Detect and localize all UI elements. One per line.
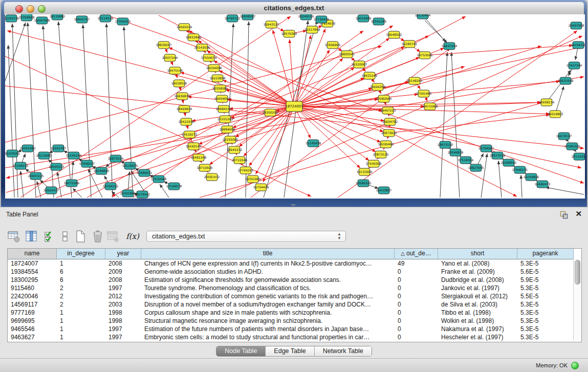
- graph-node-label: 20265376: [5, 16, 19, 20]
- table-row[interactable]: 1872400712008Changes of HCN gene express…: [8, 259, 581, 268]
- network-view-window: citations_edges.txt 19565014186528492014…: [1, 0, 587, 207]
- cell-title: Estimation of significance thresholds fo…: [141, 276, 395, 284]
- table-row[interactable]: 911546021997Tourette syndrome. Phenomeno…: [8, 284, 581, 292]
- graph-node-label: 17764251: [238, 168, 254, 172]
- graph-node-label: 20046829: [448, 150, 464, 154]
- tab-node-table[interactable]: Node Table: [216, 346, 266, 356]
- tab-network-table[interactable]: Network Table: [315, 346, 372, 356]
- cell-title: Embryonic stem cells: a model to study s…: [141, 333, 395, 341]
- cell-short: Jankovic et al. (1997): [438, 284, 517, 292]
- network-svg[interactable]: 1956501418652849201430391755467418204098…: [5, 14, 585, 199]
- table-row[interactable]: 1938455462009Genome-wide association stu…: [8, 268, 581, 276]
- column-header-out_degree[interactable]: △out_de…: [395, 249, 438, 259]
- graph-node-label: 20143039: [194, 46, 210, 49]
- graph-node-label: 19565014: [177, 25, 192, 29]
- column-header-name[interactable]: name: [8, 249, 57, 259]
- memory-ok-indicator[interactable]: [571, 362, 579, 369]
- table-row[interactable]: 1456911722003Disruption of a novel membe…: [8, 300, 581, 309]
- graph-node-label: 16958187: [240, 14, 256, 18]
- table-row[interactable]: 969969511998Structural magnetic resonanc…: [8, 317, 581, 325]
- cell-out_degree: 0: [395, 333, 438, 341]
- cell-year: 1997: [105, 284, 141, 292]
- graph-node-label: 20873125: [373, 152, 389, 156]
- graph-node-label: 16433807: [376, 188, 392, 192]
- float-panel-icon[interactable]: [559, 210, 569, 220]
- new-table-icon[interactable]: [74, 230, 87, 243]
- delete-icon[interactable]: [91, 230, 104, 243]
- scrollbar-thumb[interactable]: [575, 260, 580, 285]
- tab-edge-table[interactable]: Edge Table: [266, 346, 314, 356]
- unselect-all-icon[interactable]: [58, 230, 72, 243]
- graph-node-label: 17427344: [567, 63, 582, 67]
- graph-node-label: 15145458: [306, 141, 321, 145]
- column-header-title[interactable]: title: [141, 249, 395, 259]
- cell-in_degree: 1: [57, 309, 105, 317]
- cell-short: Yano et al. (2008): [438, 259, 517, 268]
- cell-name: 19384554: [8, 268, 57, 276]
- graph-node-label: 20115683: [36, 154, 52, 157]
- table-selector-dropdown[interactable]: citations_edges.txt ▲▼: [146, 231, 346, 242]
- table-settings-icon[interactable]: [7, 230, 20, 243]
- function-builder-icon[interactable]: f(x): [126, 230, 139, 243]
- cell-year: 1998: [105, 309, 141, 317]
- table-row[interactable]: 946554611997Estimation of the future num…: [8, 325, 581, 333]
- graph-node-label: 19254806: [524, 175, 539, 179]
- memory-status-label: Memory: OK: [536, 362, 568, 369]
- graph-node-label: 19586320: [356, 181, 372, 185]
- graph-node-label: 19014089: [356, 16, 372, 20]
- table-row[interactable]: 1830029562008Estimation of significance …: [8, 276, 581, 284]
- cell-name: 18724007: [8, 259, 57, 268]
- graph-node-label: 19342787: [51, 146, 67, 150]
- network-canvas[interactable]: 1956501418652849201430391755467418204098…: [5, 14, 585, 199]
- cell-pagerank: 5.3E-5: [517, 333, 574, 341]
- column-header-short[interactable]: short: [438, 249, 517, 259]
- graph-node-label: 17082694: [376, 97, 392, 100]
- close-panel-icon[interactable]: ✕: [575, 209, 582, 218]
- graph-node-label: 19246890: [94, 169, 110, 172]
- graph-node-label: 19475146: [167, 69, 183, 72]
- table-row[interactable]: 946362711997Embryonic stem cells: a mode…: [8, 333, 581, 341]
- cell-pagerank: 5.5E-5: [517, 292, 574, 300]
- column-header-in_degree[interactable]: in_degree: [57, 249, 105, 259]
- graph-node-label: 18469814: [177, 107, 192, 111]
- table-body: 1872400712008Changes of HCN gene express…: [8, 259, 581, 341]
- select-all-icon[interactable]: [43, 230, 56, 243]
- cell-year: 1997: [105, 325, 141, 333]
- graph-node-label: 16873514: [108, 157, 124, 160]
- graph-node-label: 16920437: [43, 188, 59, 192]
- cell-out_degree: 0: [395, 300, 438, 309]
- cell-out_degree: 0: [395, 292, 438, 300]
- graph-node-label: 19132684: [357, 170, 373, 173]
- cell-short: Franke et al. (2009): [438, 268, 517, 276]
- graph-node-label: 20581472: [204, 175, 220, 179]
- cell-in_degree: 1: [57, 259, 105, 268]
- graph-node-label: 16481348: [191, 156, 207, 159]
- graph-node-label: 19467213: [380, 108, 396, 112]
- cell-year: 2003: [105, 300, 141, 309]
- window-titlebar[interactable]: citations_edges.txt: [4, 2, 584, 15]
- vertical-scrollbar[interactable]: [573, 259, 581, 341]
- graph-node-label: 16115682: [50, 14, 66, 18]
- table-row[interactable]: 2242004622012Investigating the contribut…: [8, 292, 581, 300]
- graph-node-label: 16145194: [66, 154, 82, 157]
- cell-pagerank: 5.3E-5: [517, 309, 574, 317]
- cell-in_degree: 1: [57, 317, 105, 325]
- column-header-year[interactable]: year: [105, 249, 141, 259]
- cell-pagerank: 5.3E-5: [517, 259, 574, 268]
- graph-node-label: 20368542: [501, 161, 517, 164]
- graph-node-label: 18753096: [417, 53, 433, 57]
- graph-node-label: 17549308: [366, 162, 382, 165]
- graph-node-label: 20422936: [179, 120, 194, 123]
- graph-node-label: 19884608: [220, 127, 235, 131]
- cell-year: 1998: [105, 317, 141, 325]
- table-selector-value: citations_edges.txt: [152, 233, 205, 240]
- cell-in_degree: 2: [57, 284, 105, 292]
- cell-year: 1997: [105, 333, 141, 341]
- column-header-pagerank[interactable]: pagerank: [517, 249, 574, 259]
- graph-node-label: 20694358: [370, 85, 386, 89]
- cell-name: 9115460: [8, 284, 57, 292]
- table-row[interactable]: 977716911998Corpus callosum shape and si…: [8, 309, 581, 317]
- graph-node-label: 20497568: [569, 24, 584, 27]
- select-columns-icon[interactable]: [25, 230, 38, 243]
- graph-node-label: 16836872: [175, 94, 190, 98]
